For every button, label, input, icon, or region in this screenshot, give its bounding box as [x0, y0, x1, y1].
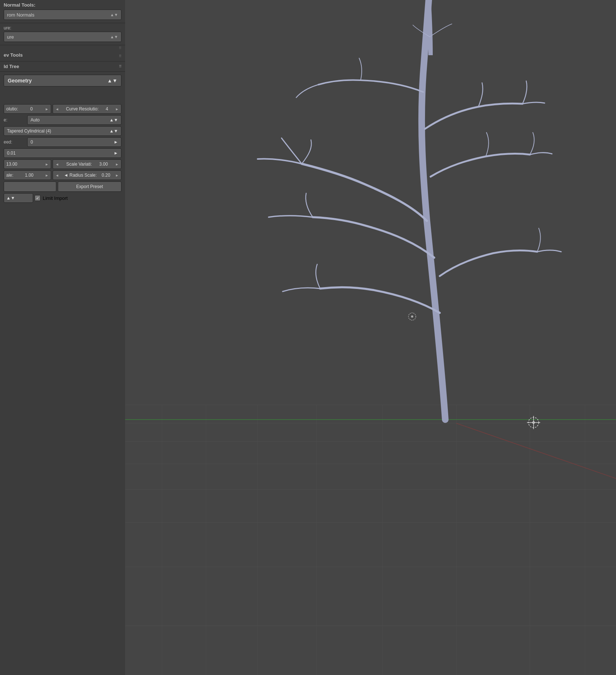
export-preset-button[interactable]: Export Preset	[58, 181, 121, 192]
left-panel: Normal Tools: rom Normals ▲▼ ure: ure ▲▼…	[0, 0, 125, 675]
build-tree-section: Geometry ▲▼	[0, 72, 125, 90]
radius-scale-value: 0.20	[102, 173, 110, 178]
radius-scale-field[interactable]: ◄ ◄ Radius Scale: 0.20 ►	[53, 170, 121, 180]
curve-res-label: Curve Resolutio:	[66, 106, 99, 112]
mode-value: Auto	[31, 117, 40, 123]
bev-tools-drag: ⠿	[119, 54, 121, 58]
scale-var-left-arrow: ◄	[55, 162, 59, 166]
branch-scale-label: ale:	[6, 173, 13, 178]
normal-tools-dropdown[interactable]: rom Normals ▲▼	[4, 10, 121, 20]
geometry-label: Geometry	[8, 78, 32, 84]
shape-dropdown[interactable]: Tapered Cylindrical (4) ▲▼	[4, 126, 121, 136]
scale-var-label: Scale Variati:	[66, 162, 92, 167]
tree-svg	[125, 0, 616, 675]
mode-row: e: Auto ▲▼	[4, 115, 121, 125]
button-row: Export Preset	[4, 181, 121, 192]
limit-import-row: ▲▼ ✓ Limit Import	[4, 193, 121, 203]
spacer-1	[4, 93, 121, 104]
seed-value: 0	[31, 139, 33, 145]
normal-tools-section: Normal Tools: rom Normals ▲▼	[0, 0, 125, 23]
branch-scale-field[interactable]: ale: 1.00 ►	[4, 170, 51, 180]
radius-scale-right-arrow: ►	[115, 173, 119, 177]
camera-object	[408, 313, 416, 320]
build-tree-drag: ⠿	[119, 64, 121, 68]
3d-cursor	[527, 416, 540, 429]
preset-small-dropdown[interactable]: ▲▼	[4, 193, 33, 203]
svg-point-20	[411, 315, 413, 318]
curve-res-left-arrow: ◄	[55, 107, 59, 111]
seed-label: eed:	[4, 139, 26, 145]
curve-res-value: 4	[106, 106, 108, 112]
export-label: Export Preset	[76, 184, 103, 189]
curve-resolution-field[interactable]: ◄ Curve Resolutio: 4 ►	[53, 104, 121, 114]
geometry-dropdown[interactable]: Geometry ▲▼	[4, 75, 121, 86]
import-preset-button[interactable]	[4, 181, 56, 192]
shape-row: Tapered Cylindrical (4) ▲▼	[4, 126, 121, 136]
normal-tools-title: Normal Tools:	[4, 2, 121, 8]
texture-dropdown[interactable]: ure ▲▼	[4, 32, 121, 42]
texture-section: ure: ure ▲▼	[0, 23, 125, 45]
scale-field[interactable]: 13.00 ►	[4, 159, 51, 169]
bev-tools-title: ev Tools	[4, 52, 23, 58]
tree-area	[125, 0, 616, 675]
texture-label: ure:	[4, 25, 121, 31]
normal-tools-value: rom Normals	[7, 12, 34, 18]
bake-res-label: olutio:	[6, 106, 18, 112]
limit-import-checkbox-row: ✓ Limit Import	[35, 195, 68, 201]
leaf-scale-row: 0.01 ►	[4, 148, 121, 158]
texture-value: ure	[7, 34, 14, 40]
bake-res-value: 0	[30, 106, 33, 112]
mode-dropdown[interactable]: Auto ▲▼	[27, 115, 121, 125]
resolution-row: olutio: 0 ► ◄ Curve Resolutio: 4 ►	[4, 104, 121, 114]
scale-var-value: 3.00	[99, 162, 108, 167]
texture-arrow: ▲▼	[110, 35, 118, 39]
build-tree-header: ld Tree ⠿	[0, 61, 125, 72]
seed-arrow: ►	[114, 139, 118, 145]
scale-var-right-arrow: ►	[115, 162, 119, 166]
mode-label: e:	[4, 117, 26, 123]
scale-row: 13.00 ► ◄ Scale Variati: 3.00 ►	[4, 159, 121, 169]
params-section: olutio: 0 ► ◄ Curve Resolutio: 4 ► e: Au…	[0, 90, 125, 675]
radius-scale-label: ◄ Radius Scale:	[64, 173, 97, 178]
bev-tools-section: ev Tools ⠿	[0, 51, 125, 61]
geometry-arrow: ▲▼	[107, 78, 117, 84]
branch-scale-arrow: ►	[45, 173, 49, 177]
limit-import-label: Limit Import	[43, 195, 68, 201]
viewport[interactable]	[125, 0, 616, 675]
curve-res-arrow: ►	[115, 107, 119, 111]
scale-arrow: ►	[45, 162, 49, 166]
seed-field[interactable]: 0 ►	[27, 137, 121, 147]
mode-arrow: ▲▼	[109, 117, 118, 123]
seed-row: eed: 0 ►	[4, 137, 121, 147]
shape-value: Tapered Cylindrical (4)	[7, 128, 51, 134]
bake-resolution-field[interactable]: olutio: 0 ►	[4, 104, 51, 114]
leaf-scale-value: 0.01	[7, 151, 15, 156]
scale-variation-field[interactable]: ◄ Scale Variati: 3.00 ►	[53, 159, 121, 169]
divider-dots-1: ⠿	[0, 45, 125, 51]
bake-res-arrow: ►	[45, 107, 49, 111]
branch-scale-value: 1.00	[25, 173, 33, 178]
radius-row: ale: 1.00 ► ◄ ◄ Radius Scale: 0.20 ►	[4, 170, 121, 180]
limit-import-checkbox[interactable]: ✓	[35, 195, 40, 201]
leaf-scale-arrow: ►	[114, 151, 118, 156]
scale-value: 13.00	[6, 162, 17, 167]
shape-arrow: ▲▼	[109, 128, 118, 134]
svg-line-18	[456, 423, 616, 478]
leaf-scale-field[interactable]: 0.01 ►	[4, 148, 121, 158]
normal-tools-arrow: ▲▼	[110, 13, 118, 17]
preset-dropdown-arrow: ▲▼	[6, 195, 15, 201]
build-tree-title: ld Tree	[4, 64, 19, 69]
radius-left-arrow: ◄	[55, 173, 59, 177]
